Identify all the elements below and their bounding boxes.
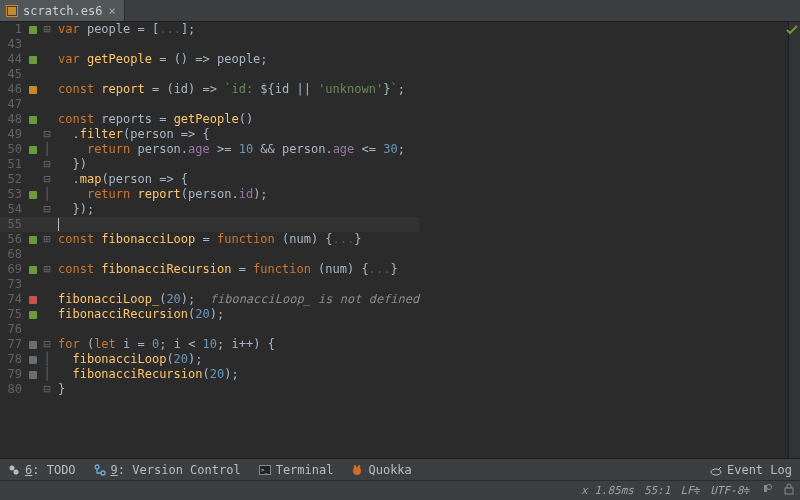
code-text[interactable]: fibonacciLoop(20);: [54, 352, 419, 367]
line-number[interactable]: 69: [0, 262, 26, 277]
editor-line[interactable]: 55: [0, 217, 419, 232]
editor-line[interactable]: 1⊞var people = [...];: [0, 22, 419, 37]
code-text[interactable]: const report = (id) => `id: ${id || 'unk…: [54, 82, 419, 97]
fold-toggle[interactable]: ⊞: [40, 232, 54, 247]
editor-line[interactable]: 69⊞const fibonacciRecursion = function (…: [0, 262, 419, 277]
svg-point-10: [354, 465, 357, 469]
code-text[interactable]: var getPeople = () => people;: [54, 52, 419, 67]
code-text[interactable]: }: [54, 382, 419, 397]
status-caret-position[interactable]: 55:1: [644, 484, 671, 497]
line-number[interactable]: 55: [0, 217, 26, 232]
line-number[interactable]: 68: [0, 247, 26, 262]
code-text[interactable]: const fibonacciLoop = function (num) {..…: [54, 232, 419, 247]
code-text[interactable]: .filter(person => {: [54, 127, 419, 142]
code-text[interactable]: fibonacciLoop_(20); fibonacciLoop_ is no…: [54, 292, 419, 307]
fold-toggle[interactable]: ⊟: [40, 382, 54, 397]
line-number[interactable]: 49: [0, 127, 26, 142]
tool-quokka[interactable]: Quokka: [351, 463, 411, 477]
line-number[interactable]: 44: [0, 52, 26, 67]
readonly-lock-icon[interactable]: [784, 483, 794, 498]
editor-line[interactable]: 45: [0, 67, 419, 82]
line-number[interactable]: 75: [0, 307, 26, 322]
fold-toggle[interactable]: ⊟: [40, 337, 54, 352]
line-number[interactable]: 53: [0, 187, 26, 202]
editor-line[interactable]: 52⊟ .map(person => {: [0, 172, 419, 187]
editor-line[interactable]: 44var getPeople = () => people;: [0, 52, 419, 67]
line-number[interactable]: 56: [0, 232, 26, 247]
line-number[interactable]: 73: [0, 277, 26, 292]
code-text[interactable]: [54, 322, 419, 337]
fold-toggle[interactable]: ⊟: [40, 172, 54, 187]
editor-line[interactable]: 77⊟for (let i = 0; i < 10; i++) {: [0, 337, 419, 352]
tool-version-control[interactable]: 9: Version Control: [94, 463, 241, 477]
code-text[interactable]: fibonacciRecursion(20);: [54, 307, 419, 322]
code-text[interactable]: const reports = getPeople(): [54, 112, 419, 127]
code-text[interactable]: var people = [...];: [54, 22, 419, 37]
line-number[interactable]: 78: [0, 352, 26, 367]
line-number[interactable]: 1: [0, 22, 26, 37]
line-number[interactable]: 54: [0, 202, 26, 217]
line-number[interactable]: 52: [0, 172, 26, 187]
tool-terminal[interactable]: >_ Terminal: [259, 463, 334, 477]
code-text[interactable]: });: [54, 202, 419, 217]
code-text[interactable]: [54, 37, 419, 52]
code-text[interactable]: [54, 97, 419, 112]
editor-line[interactable]: 74fibonacciLoop_(20); fibonacciLoop_ is …: [0, 292, 419, 307]
editor-line[interactable]: 48const reports = getPeople(): [0, 112, 419, 127]
code-text[interactable]: .map(person => {: [54, 172, 419, 187]
code-text[interactable]: [54, 247, 419, 262]
line-number[interactable]: 45: [0, 67, 26, 82]
editor-line[interactable]: 73: [0, 277, 419, 292]
line-number[interactable]: 74: [0, 292, 26, 307]
fold-toggle[interactable]: ⊟: [40, 157, 54, 172]
line-number[interactable]: 51: [0, 157, 26, 172]
code-text[interactable]: }): [54, 157, 419, 172]
line-number[interactable]: 50: [0, 142, 26, 157]
code-text[interactable]: return report(person.id);: [54, 187, 419, 202]
code-text[interactable]: [54, 67, 419, 82]
line-number[interactable]: 79: [0, 367, 26, 382]
quokka-icon: [351, 464, 363, 476]
editor[interactable]: 1⊞var people = [...];4344var getPeople =…: [0, 22, 800, 458]
fold-toggle[interactable]: ⊞: [40, 262, 54, 277]
code-text[interactable]: return person.age >= 10 && person.age <=…: [54, 142, 419, 157]
editor-line[interactable]: 68: [0, 247, 419, 262]
tool-todo[interactable]: 6: TODO: [8, 463, 76, 477]
editor-line[interactable]: 53│ return report(person.id);: [0, 187, 419, 202]
line-number[interactable]: 46: [0, 82, 26, 97]
code-text[interactable]: [54, 277, 419, 292]
line-number[interactable]: 48: [0, 112, 26, 127]
overview-ruler[interactable]: [788, 22, 800, 458]
line-number[interactable]: 47: [0, 97, 26, 112]
fold-toggle[interactable]: ⊟: [40, 127, 54, 142]
editor-line[interactable]: 75fibonacciRecursion(20);: [0, 307, 419, 322]
fold-toggle[interactable]: ⊟: [40, 202, 54, 217]
editor-line[interactable]: 79│ fibonacciRecursion(20);: [0, 367, 419, 382]
editor-line[interactable]: 54⊟ });: [0, 202, 419, 217]
code-text[interactable]: fibonacciRecursion(20);: [54, 367, 419, 382]
status-eol[interactable]: LF≑: [680, 484, 700, 497]
editor-line[interactable]: 49⊟ .filter(person => {: [0, 127, 419, 142]
editor-line[interactable]: 47: [0, 97, 419, 112]
line-number[interactable]: 77: [0, 337, 26, 352]
line-number[interactable]: 76: [0, 322, 26, 337]
fold-toggle[interactable]: ⊞: [40, 22, 54, 37]
tab-scratch-es6[interactable]: scratch.es6 ×: [0, 0, 125, 21]
inspection-profile-icon[interactable]: [760, 483, 774, 498]
editor-line[interactable]: 76: [0, 322, 419, 337]
editor-line[interactable]: 50│ return person.age >= 10 && person.ag…: [0, 142, 419, 157]
status-encoding[interactable]: UTF-8≑: [710, 484, 750, 497]
code-text[interactable]: for (let i = 0; i < 10; i++) {: [54, 337, 419, 352]
editor-line[interactable]: 43: [0, 37, 419, 52]
line-number[interactable]: 80: [0, 382, 26, 397]
tool-event-log[interactable]: Event Log: [710, 463, 792, 477]
line-number[interactable]: 43: [0, 37, 26, 52]
editor-line[interactable]: 51⊟ }): [0, 157, 419, 172]
editor-line[interactable]: 56⊞const fibonacciLoop = function (num) …: [0, 232, 419, 247]
editor-line[interactable]: 46const report = (id) => `id: ${id || 'u…: [0, 82, 419, 97]
code-text[interactable]: const fibonacciRecursion = function (num…: [54, 262, 419, 277]
editor-line[interactable]: 80⊟}: [0, 382, 419, 397]
code-text[interactable]: [54, 217, 419, 232]
close-icon[interactable]: ×: [108, 4, 115, 18]
editor-line[interactable]: 78│ fibonacciLoop(20);: [0, 352, 419, 367]
